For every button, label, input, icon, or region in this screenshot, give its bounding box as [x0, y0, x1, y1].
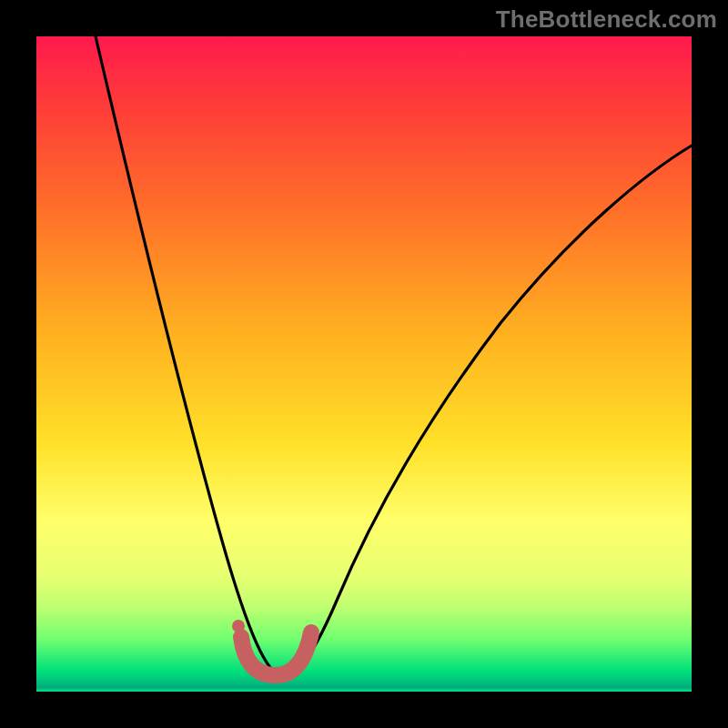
- trough-dot: [232, 620, 245, 632]
- bottleneck-curve: [96, 36, 692, 676]
- curve-layer: [36, 36, 692, 692]
- watermark-text: TheBottleneck.com: [496, 5, 717, 34]
- trough-marker: [241, 632, 311, 675]
- chart-frame: TheBottleneck.com: [0, 0, 728, 728]
